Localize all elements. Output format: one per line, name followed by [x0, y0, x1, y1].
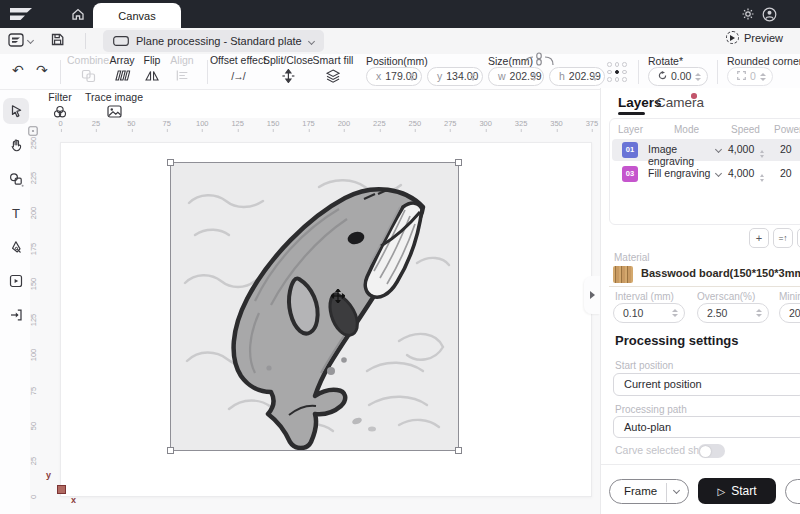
ruler-tick-label: 75	[29, 386, 38, 394]
position-x-prefix: x	[376, 70, 381, 82]
whale-artwork-image[interactable]	[171, 163, 458, 450]
account-avatar-icon[interactable]	[762, 7, 777, 26]
ruler-tick-label: 225	[373, 119, 386, 128]
ruler-tick-label: 50	[127, 119, 135, 128]
ruler-tick-label: 175	[302, 119, 315, 128]
start-position-select[interactable]: Current position	[613, 373, 800, 396]
redo-button[interactable]: ↷	[36, 62, 48, 78]
interval-field[interactable]: 0.10	[613, 303, 685, 323]
size-h-prefix: h	[559, 70, 565, 82]
pen-tool[interactable]	[3, 234, 29, 260]
mode-select-chevron-icon	[308, 37, 315, 44]
ruler-tick-label: 175	[29, 243, 38, 256]
plate-icon	[113, 36, 129, 46]
text-tool[interactable]: T	[3, 200, 29, 226]
collapse-arrow-icon	[590, 291, 595, 299]
layer-row[interactable]: 01 Image engraving 4,000 20	[612, 139, 800, 161]
tool-rail: T	[0, 90, 30, 514]
layer-power-value[interactable]: 20	[780, 167, 792, 179]
layer-mode-select[interactable]: Fill engraving	[648, 167, 714, 179]
rotate-field[interactable]: 0.00	[648, 67, 708, 86]
frame-button[interactable]: Frame	[609, 479, 689, 504]
size-h-stepper[interactable]	[592, 73, 598, 81]
layer-actions-row: 01 + =↑ =↓	[601, 228, 800, 250]
speed-stepper[interactable]	[760, 150, 764, 158]
overscan-field[interactable]: 2.50	[697, 303, 769, 323]
ruler-tick-label: 150	[29, 278, 38, 291]
flip-icon	[144, 68, 161, 83]
trace-image-button[interactable]: Trace image	[82, 91, 146, 118]
selection-handle-top-right[interactable]	[455, 159, 462, 166]
tab-layers[interactable]: Layers	[618, 95, 662, 110]
selection-handle-bottom-left[interactable]	[167, 447, 174, 454]
import-tool[interactable]	[3, 302, 29, 328]
material-select[interactable]: Basswood board(150*150*3mm)	[609, 263, 800, 287]
layer-speed-value[interactable]: 4,000	[728, 167, 754, 179]
open-file-button[interactable]	[8, 32, 33, 48]
position-y-field[interactable]: y134.00	[427, 67, 483, 86]
layer-number-chip[interactable]: 01	[622, 142, 638, 158]
sort-up-button[interactable]: =↑	[773, 228, 793, 248]
material-value: Basswood board(150*150*3mm)	[641, 267, 800, 279]
filter-button[interactable]: Filter	[40, 91, 80, 119]
layer-power-value[interactable]: 20	[780, 143, 792, 155]
interval-label: Interval (mm)	[615, 291, 674, 302]
offset-effect-button[interactable]: Offset effect /→/	[210, 54, 266, 83]
size-w-stepper[interactable]	[531, 73, 537, 81]
add-layer-button[interactable]: +	[749, 228, 769, 248]
shapes-icon	[9, 172, 24, 187]
panel-collapse-button[interactable]	[584, 276, 600, 314]
selection-handle-bottom-right[interactable]	[455, 447, 462, 454]
anchor-point-grid[interactable]	[607, 62, 627, 82]
position-x-field[interactable]: x179.00	[366, 67, 422, 86]
save-button[interactable]	[50, 32, 65, 51]
split-close-button[interactable]: Split/Close	[263, 54, 313, 83]
ruler-horizontal: 0255075100125150175200225250275300325350…	[0, 118, 600, 132]
layer-speed-value[interactable]: 4,000	[728, 143, 754, 155]
split-close-icon	[263, 68, 313, 83]
flip-button[interactable]: Flip	[144, 54, 161, 83]
divider	[85, 33, 86, 49]
interval-stepper[interactable]	[672, 309, 678, 317]
settings-gear-icon[interactable]	[741, 7, 755, 25]
open-file-chevron-icon	[27, 36, 34, 43]
speed-stepper[interactable]	[760, 174, 764, 182]
home-button[interactable]	[66, 5, 90, 23]
position-x-stepper[interactable]	[409, 73, 415, 81]
processing-mode-value: Plane processing - Standard plate	[136, 35, 302, 47]
hand-tool[interactable]	[3, 132, 29, 158]
layer-row[interactable]: 03 Fill engraving 4,000 20	[612, 163, 800, 185]
smart-fill-button[interactable]: Smart fill	[313, 54, 354, 83]
rounded-corners-label: Rounded corners	[727, 55, 800, 67]
position-y-prefix: y	[437, 70, 442, 82]
shape-tool[interactable]	[3, 166, 29, 192]
divider	[60, 60, 61, 84]
minimum-field[interactable]: 20	[779, 303, 800, 323]
layer-number-chip[interactable]: 03	[622, 166, 638, 182]
col-header-power: Power	[774, 124, 800, 135]
array-icon	[109, 68, 134, 83]
ruler-tick-label: 300	[479, 119, 492, 128]
processing-mode-select[interactable]: Plane processing - Standard plate	[103, 30, 324, 52]
active-layer-chip[interactable]: 01	[614, 230, 630, 246]
flip-label: Flip	[144, 54, 161, 66]
tab-camera[interactable]: Camera	[656, 95, 704, 110]
start-button[interactable]: ▷ Start	[698, 478, 776, 504]
ruler-tick-label: 100	[29, 349, 38, 362]
array-button[interactable]: Array	[109, 54, 134, 83]
mode-chevron-icon	[715, 146, 722, 153]
overscan-stepper[interactable]	[756, 309, 762, 317]
tab-canvas[interactable]: Canvas	[93, 3, 181, 28]
media-frame-tool[interactable]	[3, 268, 29, 294]
carve-toggle[interactable]	[698, 444, 725, 458]
position-y-stepper[interactable]	[470, 73, 476, 81]
more-actions-button[interactable]	[785, 479, 800, 504]
preview-button[interactable]: Preview	[726, 31, 783, 44]
size-w-field[interactable]: w202.99	[488, 67, 544, 86]
undo-button[interactable]: ↶	[12, 62, 24, 78]
size-h-field[interactable]: h202.99	[549, 67, 605, 86]
selection-handle-top-left[interactable]	[167, 159, 174, 166]
ruler-tick-label: 125	[29, 313, 38, 326]
processing-path-select[interactable]: Auto-plan	[613, 416, 800, 438]
rotate-stepper[interactable]	[695, 73, 701, 81]
